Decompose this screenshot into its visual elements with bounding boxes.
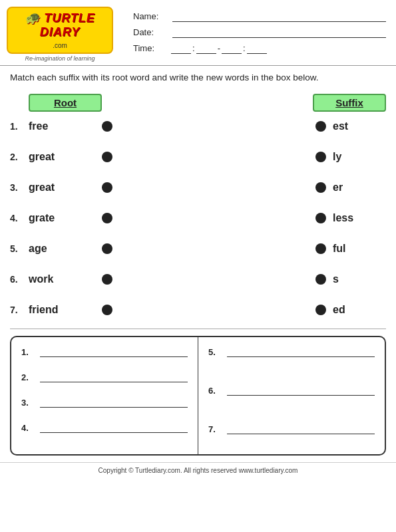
root-word-1: free — [29, 120, 95, 132]
answer-row-1: 1. — [21, 344, 188, 357]
right-dot-3 — [315, 182, 326, 193]
right-dot-2 — [315, 152, 326, 162]
answer-line-3[interactable] — [40, 394, 188, 408]
answer-num-1: 1. — [21, 347, 37, 357]
column-headers: Root Suffix — [10, 94, 386, 112]
name-label: Name: — [133, 11, 170, 21]
turtle-icon: 🐢 — [25, 11, 40, 25]
root-word-7: friend — [29, 304, 95, 316]
suffix-word-1: est — [333, 120, 386, 132]
answer-left: 1. 2. 3. 4. — [11, 337, 198, 454]
root-word-3: great — [29, 182, 95, 194]
answer-line-1[interactable] — [40, 344, 188, 357]
row-num-7: 7. — [10, 305, 29, 315]
logo-title: 🐢 TURTLE DIARY — [13, 11, 106, 39]
row-num-5: 5. — [10, 243, 29, 254]
logo-area: 🐢 TURTLE DIARY .com Re-imagination of le… — [7, 7, 113, 62]
left-dot-1 — [102, 121, 112, 132]
right-dot-7 — [315, 305, 326, 315]
left-dot-7 — [102, 305, 112, 315]
left-dot-3 — [102, 182, 112, 193]
footer: Copyright © Turtlediary.com. All rights … — [0, 462, 396, 478]
answer-line-4[interactable] — [40, 420, 188, 433]
time-seg-1 — [171, 42, 191, 54]
row-num-6: 6. — [10, 274, 29, 285]
suffix-word-2: ly — [333, 151, 386, 163]
answer-row-2: 2. — [21, 369, 188, 382]
root-word-2: great — [29, 151, 95, 163]
root-word-5: age — [29, 243, 95, 255]
time-seg-3 — [222, 42, 242, 54]
answer-num-3: 3. — [21, 398, 37, 408]
answer-line-6[interactable] — [227, 382, 375, 396]
header: 🐢 TURTLE DIARY .com Re-imagination of le… — [0, 0, 396, 65]
root-word-6: work — [29, 273, 95, 285]
answer-row-6: 6. — [208, 382, 375, 396]
right-dot-6 — [315, 274, 326, 285]
root-word-4: grate — [29, 212, 95, 224]
answer-num-6: 6. — [208, 386, 224, 396]
row-num-3: 3. — [10, 182, 29, 193]
right-dot-4 — [315, 213, 326, 223]
name-row: Name: — [133, 10, 386, 22]
form-area: Name: Date: Time: : - : — [113, 7, 386, 54]
instructions: Match each suffix with its root word and… — [0, 65, 396, 88]
suffix-word-6: s — [333, 273, 386, 285]
time-seg-4 — [247, 42, 267, 54]
answer-line-7[interactable] — [227, 421, 375, 434]
time-seg-2 — [196, 42, 216, 54]
suffix-word-4: less — [333, 212, 386, 224]
answer-num-5: 5. — [208, 347, 224, 357]
date-row: Date: — [133, 26, 386, 38]
table-row: 3. great er — [10, 176, 386, 200]
root-header: Root — [29, 94, 102, 112]
divider — [10, 329, 386, 329]
answer-row-7: 7. — [208, 421, 375, 434]
time-row: Time: : - : — [133, 42, 386, 54]
left-dot-6 — [102, 274, 112, 285]
date-line — [172, 26, 386, 38]
logo-box: 🐢 TURTLE DIARY .com — [7, 7, 113, 54]
row-num-2: 2. — [10, 152, 29, 162]
table-row: 6. work s — [10, 267, 386, 291]
suffix-word-5: ful — [333, 243, 386, 255]
logo-com: .com — [53, 42, 67, 49]
answer-row-5: 5. — [208, 344, 375, 357]
right-dot-1 — [315, 121, 326, 132]
left-dot-5 — [102, 243, 112, 254]
table-row: 5. age ful — [10, 237, 386, 261]
answer-num-4: 4. — [21, 423, 37, 433]
left-dot-4 — [102, 213, 112, 223]
suffix-word-3: er — [333, 182, 386, 194]
row-num-1: 1. — [10, 121, 29, 132]
time-label: Time: — [133, 43, 170, 53]
suffix-header: Suffix — [313, 94, 386, 112]
right-dot-5 — [315, 243, 326, 254]
date-label: Date: — [133, 27, 170, 37]
name-line — [172, 10, 386, 22]
left-dot-2 — [102, 152, 112, 162]
suffix-word-7: ed — [333, 304, 386, 316]
answer-num-2: 2. — [21, 372, 37, 382]
answer-row-4: 4. — [21, 420, 188, 433]
answer-row-3: 3. — [21, 394, 188, 408]
table-row: 2. great ly — [10, 145, 386, 169]
table-row: 7. friend ed — [10, 298, 386, 322]
answer-right: 5. 6. 7. — [198, 337, 385, 454]
answer-num-7: 7. — [208, 424, 224, 434]
table-row: 1. free est — [10, 114, 386, 138]
row-num-4: 4. — [10, 213, 29, 223]
matching-area: Root Suffix 1. free est 2. great ly 3. g… — [0, 94, 396, 322]
answer-box: 1. 2. 3. 4. 5. 6. 7. — [10, 336, 386, 456]
answer-line-5[interactable] — [227, 344, 375, 357]
answer-line-2[interactable] — [40, 369, 188, 382]
table-row: 4. grate less — [10, 206, 386, 230]
logo-tagline: Re-imagination of learning — [7, 55, 113, 62]
